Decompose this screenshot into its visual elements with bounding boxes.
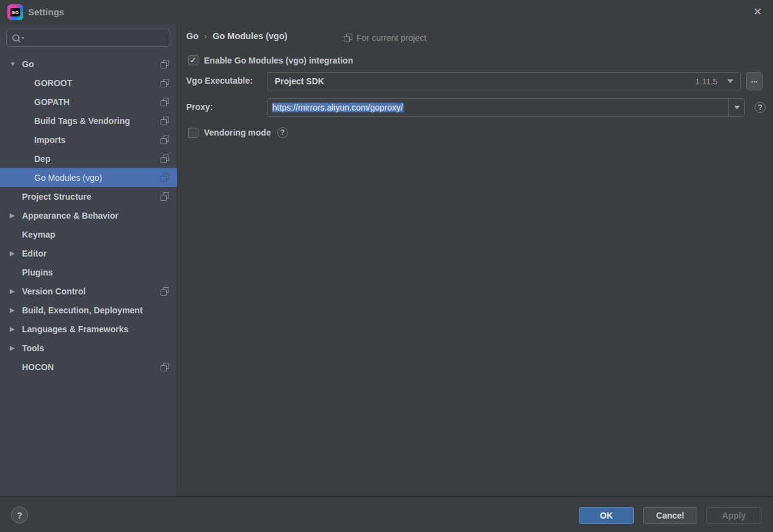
sidebar-item-label: Build, Execution, Deployment (22, 305, 143, 315)
settings-tree: ▼GoGOROOTGOPATHBuild Tags & VendoringImp… (0, 54, 177, 376)
per-project-settings-icon (161, 155, 169, 163)
search-input[interactable] (29, 30, 166, 46)
sidebar-item-label: Dep (34, 154, 50, 164)
vendoring-mode-row: Vendoring mode ? (188, 127, 288, 138)
per-project-settings-icon (161, 136, 169, 144)
per-project-settings-icon (161, 287, 169, 296)
chevron-down-icon (734, 106, 740, 109)
per-project-settings-icon (161, 117, 169, 125)
proxy-selected-text: https://mirrors.aliyun.com/goproxy/ (272, 103, 404, 112)
search-icon (12, 34, 25, 43)
sidebar-item-editor[interactable]: ▶Editor (0, 244, 177, 263)
breadcrumb-current: Go Modules (vgo) (212, 31, 287, 41)
sidebar-item-keymap[interactable]: Keymap (0, 225, 177, 244)
sidebar-item-version-control[interactable]: ▶Version Control (0, 282, 177, 301)
per-project-settings-icon (161, 363, 169, 371)
sidebar-item-plugins[interactable]: Plugins (0, 263, 177, 282)
per-project-settings-icon (161, 79, 169, 87)
vendoring-help-icon[interactable]: ? (277, 127, 288, 138)
sidebar-item-label: Project Structure (22, 192, 92, 202)
proxy-combobox[interactable]: https://mirrors.aliyun.com/goproxy/ (267, 98, 745, 117)
sidebar-item-label: Languages & Frameworks (22, 324, 128, 334)
sidebar-item-label: Appearance & Behavior (22, 211, 118, 220)
vgo-executable-label: Vgo Executable: (186, 76, 253, 86)
proxy-help-icon[interactable]: ? (755, 102, 766, 113)
chevron-right-icon[interactable]: ▶ (10, 326, 22, 332)
scope-note-label: For current project (357, 33, 426, 43)
ok-button[interactable]: OK (579, 507, 634, 524)
vgo-executable-value: Project SDK (267, 76, 695, 86)
sidebar-item-appearance-behavior[interactable]: ▶Appearance & Behavior (0, 206, 177, 225)
settings-sidebar: ▼GoGOROOTGOPATHBuild Tags & VendoringImp… (0, 24, 177, 496)
per-project-settings-icon (161, 98, 169, 106)
sidebar-item-label: Tools (22, 343, 44, 353)
search-box[interactable] (6, 29, 170, 47)
sidebar-item-goroot[interactable]: GOROOT (0, 73, 177, 92)
chevron-right-icon[interactable]: ▶ (10, 288, 22, 294)
chevron-right-icon[interactable]: ▶ (10, 250, 22, 257)
sidebar-item-label: Go (22, 59, 34, 69)
help-button[interactable]: ? (11, 506, 28, 523)
sidebar-item-label: Go Modules (vgo) (34, 173, 102, 183)
chevron-right-icon[interactable]: ▶ (10, 307, 22, 313)
sidebar-item-project-structure[interactable]: Project Structure (0, 187, 177, 206)
per-project-settings-icon (161, 60, 169, 68)
sidebar-item-label: HOCON (22, 362, 54, 372)
sidebar-item-go[interactable]: ▼Go (0, 54, 177, 73)
sidebar-item-label: Build Tags & Vendoring (34, 116, 130, 126)
browse-sdk-button[interactable]: ... (746, 72, 763, 90)
vendoring-mode-checkbox[interactable] (188, 128, 198, 138)
sidebar-item-imports[interactable]: Imports (0, 130, 177, 149)
chevron-down-icon[interactable]: ▼ (10, 60, 22, 67)
sidebar-item-label: Editor (22, 249, 46, 258)
chevron-right-icon[interactable]: ▶ (10, 212, 22, 219)
proxy-label: Proxy: (186, 102, 213, 112)
chevron-down-icon[interactable] (727, 79, 733, 83)
per-project-settings-icon (344, 34, 352, 42)
sidebar-item-label: Keymap (22, 230, 55, 239)
chevron-right-icon[interactable]: ▶ (10, 344, 22, 351)
title-bar: GO Settings ✕ (0, 0, 773, 24)
vendoring-mode-label: Vendoring mode (204, 128, 271, 137)
sidebar-item-build-tags-vendoring[interactable]: Build Tags & Vendoring (0, 111, 177, 130)
breadcrumb: Go › Go Modules (vgo) (186, 31, 288, 41)
settings-dialog: GO Settings ✕ ▼GoGOROOTGOPATHBuild Tags … (0, 0, 773, 532)
proxy-input[interactable]: https://mirrors.aliyun.com/goproxy/ (267, 103, 728, 112)
goland-logo-icon: GO (7, 4, 23, 20)
sidebar-item-label: Version Control (22, 286, 85, 296)
enable-vgo-checkbox[interactable]: ✓ (188, 55, 198, 65)
proxy-dropdown-button[interactable] (728, 99, 744, 116)
sidebar-item-label: Plugins (22, 268, 53, 277)
close-icon[interactable]: ✕ (753, 5, 762, 19)
per-project-settings-icon (161, 192, 169, 201)
enable-vgo-label: Enable Go Modules (vgo) integration (204, 56, 353, 65)
scope-note: For current project (344, 33, 426, 43)
window-title: Settings (28, 0, 64, 24)
settings-content: Go › Go Modules (vgo) For current projec… (177, 24, 773, 496)
breadcrumb-separator-icon: › (204, 31, 207, 41)
sidebar-item-tools[interactable]: ▶Tools (0, 338, 177, 357)
sidebar-item-gopath[interactable]: GOPATH (0, 92, 177, 111)
vgo-sdk-version: 1.11.5 (695, 77, 717, 86)
sidebar-item-build-execution-deployment[interactable]: ▶Build, Execution, Deployment (0, 301, 177, 319)
sidebar-item-dep[interactable]: Dep (0, 149, 177, 168)
enable-vgo-row: ✓ Enable Go Modules (vgo) integration (188, 55, 353, 65)
cancel-button[interactable]: Cancel (643, 507, 697, 524)
sidebar-item-label: GOPATH (34, 97, 70, 107)
breadcrumb-parent[interactable]: Go (186, 31, 198, 41)
sidebar-item-languages-frameworks[interactable]: ▶Languages & Frameworks (0, 319, 177, 338)
apply-button[interactable]: Apply (706, 507, 761, 524)
per-project-settings-icon (161, 173, 169, 182)
sidebar-item-label: GOROOT (34, 78, 72, 88)
sidebar-item-go-modules-vgo[interactable]: Go Modules (vgo) (0, 168, 177, 187)
vgo-executable-combobox[interactable]: Project SDK 1.11.5 (267, 72, 741, 90)
dialog-footer: ? OK Cancel Apply (0, 496, 773, 532)
sidebar-item-hocon[interactable]: HOCON (0, 357, 177, 376)
sidebar-item-label: Imports (34, 135, 65, 145)
